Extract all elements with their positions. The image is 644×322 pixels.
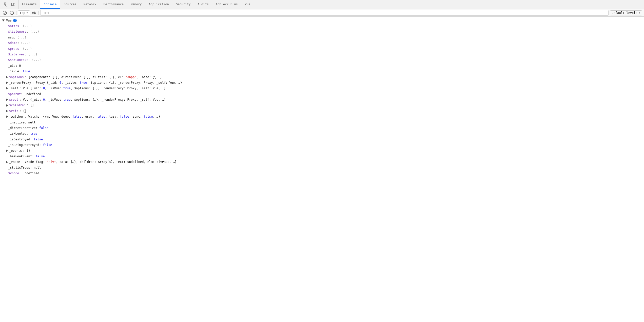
prop-options[interactable]: $options: {components: {…}, directives: … xyxy=(0,74,644,80)
info-badge-icon: i xyxy=(13,19,17,22)
toolbar-divider-2 xyxy=(38,11,39,15)
prop-statictrees: _staticTrees: null xyxy=(0,165,644,170)
collapse-icon xyxy=(6,161,8,163)
context-selector[interactable]: top ▾ xyxy=(18,10,30,15)
prop-events[interactable]: _events: {} xyxy=(0,148,644,154)
stop-button[interactable] xyxy=(9,10,15,16)
filter-input[interactable] xyxy=(41,11,608,15)
prop-isserver: $isServer: (...) xyxy=(0,52,644,57)
svg-point-8 xyxy=(10,11,14,15)
collapse-icon xyxy=(6,110,8,112)
prop-attrs: $attrs: (...) xyxy=(0,23,644,29)
svg-point-10 xyxy=(33,12,35,13)
prop-directinactive: _directInactive: false xyxy=(0,125,644,131)
prop-parent: $parent: undefined xyxy=(0,91,644,97)
svg-line-7 xyxy=(4,12,6,14)
prop-inactive: _inactive: null xyxy=(0,120,644,125)
console-toolbar: top ▾ Default levels ▾ xyxy=(0,9,644,17)
level-label: Default levels xyxy=(612,11,637,15)
prop-self[interactable]: _self: Vue {_uid: 0, _isVue: true, $opti… xyxy=(0,85,644,91)
clear-console-button[interactable] xyxy=(2,10,8,16)
svg-rect-0 xyxy=(4,3,6,4)
vue-label: Vue xyxy=(6,19,12,22)
collapse-icon xyxy=(6,149,8,152)
prop-msg: msg: (...) xyxy=(0,35,644,40)
tab-audits[interactable]: Audits xyxy=(194,0,212,9)
prop-ssrcontext: $ssrContext: (...) xyxy=(0,57,644,63)
tab-security[interactable]: Security xyxy=(172,0,194,9)
context-dropdown-icon: ▾ xyxy=(26,11,28,15)
tab-vue[interactable]: Vue xyxy=(241,0,254,9)
toolbar-divider-1 xyxy=(16,11,16,15)
tab-memory[interactable]: Memory xyxy=(127,0,145,9)
tab-performance[interactable]: Performance xyxy=(100,0,127,9)
prop-isbeingdestroyed: _isBeingDestroyed: false xyxy=(0,142,644,148)
prop-listeners: $listeners: (...) xyxy=(0,29,644,34)
prop-ismounted: _isMounted: true xyxy=(0,131,644,136)
prop-watcher[interactable]: _watcher: Watcher {vm: Vue, deep: false,… xyxy=(0,114,644,119)
prop-uid: _uid: 0 xyxy=(0,63,644,69)
prop-data: $data: (...) xyxy=(0,40,644,46)
eye-icon[interactable] xyxy=(31,10,37,16)
tab-network[interactable]: Network xyxy=(80,0,100,9)
tab-list: Elements Console Sources Network Perform… xyxy=(18,0,254,9)
svg-rect-4 xyxy=(14,4,15,6)
prop-root[interactable]: $root: Vue {_uid: 0, _isVue: true, $opti… xyxy=(0,97,644,102)
level-dropdown-icon: ▾ xyxy=(638,11,640,15)
level-selector[interactable]: Default levels ▾ xyxy=(610,10,642,15)
collapse-icon xyxy=(6,98,8,101)
vue-object-header[interactable]: Vue i xyxy=(0,18,644,23)
svg-line-2 xyxy=(5,5,7,6)
prop-vnode-dollar: $vnode: undefined xyxy=(0,170,644,176)
prop-isdestroyed: _isDestroyed: false xyxy=(0,137,644,142)
collapse-icon xyxy=(6,76,8,78)
prop-hashookevent: _hasHookEvent: false xyxy=(0,154,644,159)
tab-application[interactable]: Application xyxy=(145,0,172,9)
prop-props: $props: (...) xyxy=(0,46,644,52)
collapse-icon xyxy=(6,115,8,118)
context-value: top xyxy=(20,11,25,15)
tab-sources[interactable]: Sources xyxy=(60,0,80,9)
prop-vnode[interactable]: _vnode: VNode {tag: "div", data: {…}, ch… xyxy=(0,159,644,165)
tab-console[interactable]: Console xyxy=(40,0,60,9)
tab-adblock[interactable]: Adblock Plus xyxy=(212,0,241,9)
devtools-icons xyxy=(1,0,18,9)
console-output: Vue i $attrs: (...) $listeners: (...) ms… xyxy=(0,17,644,322)
prop-renderproxy[interactable]: _renderProxy: Proxy {_uid: 0, _isVue: tr… xyxy=(0,80,644,85)
collapse-icon xyxy=(6,87,8,90)
tab-elements[interactable]: Elements xyxy=(18,0,40,9)
device-toolbar-icon[interactable] xyxy=(10,2,16,8)
prop-refs[interactable]: $refs: {} xyxy=(0,108,644,114)
collapse-icon xyxy=(6,104,8,107)
inspect-element-icon[interactable] xyxy=(3,2,9,8)
filter-area[interactable] xyxy=(40,10,609,16)
tab-bar: Elements Console Sources Network Perform… xyxy=(0,0,644,9)
prop-isvue: _isVue: true xyxy=(0,69,644,74)
collapse-icon xyxy=(6,81,8,84)
expand-triangle-icon[interactable] xyxy=(2,19,5,22)
prop-children[interactable]: $children: [] xyxy=(0,102,644,108)
